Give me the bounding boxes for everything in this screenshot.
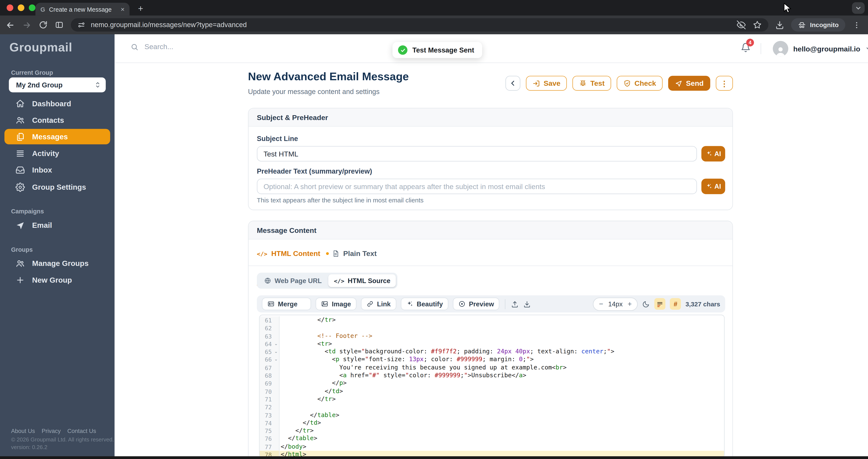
code-line[interactable]: 71 </tr> bbox=[259, 395, 724, 403]
app-window: Groupmail Current Group My 2nd Group Das… bbox=[0, 34, 868, 459]
forward-icon[interactable] bbox=[22, 20, 31, 29]
minimize-window-button[interactable] bbox=[18, 4, 24, 11]
web-page-url-option[interactable]: Web Page URL bbox=[258, 274, 327, 287]
top-bar: 4 hello@groupmail.io bbox=[115, 34, 868, 63]
sidebar-item-email[interactable]: Email bbox=[4, 218, 110, 233]
new-tab-button[interactable]: + bbox=[134, 3, 147, 15]
html-source-option[interactable]: </> HTML Source bbox=[328, 274, 396, 287]
image-button[interactable]: Image bbox=[316, 297, 356, 310]
sidebar-item-activity[interactable]: Activity bbox=[4, 145, 110, 161]
tab-search-button[interactable] bbox=[852, 2, 865, 14]
code-line[interactable]: 75 </tr> bbox=[259, 427, 724, 435]
upload-icon[interactable] bbox=[511, 300, 519, 308]
code-line[interactable]: 77</body> bbox=[259, 443, 724, 451]
global-search[interactable] bbox=[130, 42, 267, 52]
subject-ai-button[interactable]: AI bbox=[702, 146, 725, 162]
code-line[interactable]: 64⌄ <tr> bbox=[259, 340, 724, 348]
more-actions-button[interactable]: ⋮ bbox=[716, 76, 733, 91]
back-icon[interactable] bbox=[5, 20, 15, 29]
sidebar-item-new-group[interactable]: New Group bbox=[4, 272, 110, 288]
browser-menu-icon[interactable] bbox=[852, 21, 861, 29]
send-button[interactable]: Send bbox=[669, 76, 710, 91]
bookmark-star-icon[interactable] bbox=[753, 21, 762, 29]
fold-chevron-icon[interactable]: ⌄ bbox=[274, 356, 278, 364]
sidebar-item-dashboard[interactable]: Dashboard bbox=[4, 96, 110, 111]
code-editor[interactable]: 61 </tr>6263 <!-- Footer -->64⌄ <tr>65⌄ … bbox=[259, 315, 725, 458]
sidebar-item-contacts[interactable]: Contacts bbox=[4, 112, 110, 128]
code-line[interactable]: 65⌄ <td style="background-color: #f9f7f2… bbox=[259, 348, 724, 356]
url-bar[interactable]: nemo.groupmail.io/messages/new?type=adva… bbox=[71, 18, 768, 32]
merge-button[interactable]: Merge bbox=[262, 297, 311, 310]
toast-message: Test Message Sent bbox=[412, 46, 474, 54]
search-icon bbox=[130, 43, 138, 51]
ai-label: AI bbox=[714, 150, 721, 158]
browser-tab[interactable]: G Create a new Message | Grou × bbox=[35, 3, 129, 15]
test-button[interactable]: Test bbox=[572, 76, 611, 91]
content-area: New Advanced Email Message Update your m… bbox=[115, 63, 868, 459]
code-line[interactable]: 70 </td> bbox=[259, 388, 724, 395]
code-line[interactable]: 68 <a href="#" style="color: #999999;">U… bbox=[259, 372, 724, 380]
line-numbers-toggle[interactable]: # bbox=[670, 298, 681, 310]
font-size-increase[interactable]: + bbox=[628, 300, 632, 308]
code-line[interactable]: 73 </table> bbox=[259, 411, 724, 419]
site-settings-icon[interactable] bbox=[78, 21, 85, 29]
font-size-decrease[interactable]: − bbox=[599, 300, 603, 308]
fold-chevron-icon[interactable]: ⌄ bbox=[274, 348, 278, 356]
dark-mode-moon-icon[interactable] bbox=[642, 300, 650, 308]
option-label: HTML Source bbox=[348, 277, 390, 285]
link-button[interactable]: Link bbox=[361, 297, 396, 310]
about-us-link[interactable]: About Us bbox=[11, 427, 35, 434]
sidebar-item-messages[interactable]: Messages bbox=[4, 129, 110, 144]
code-line[interactable]: 69 </p> bbox=[259, 380, 724, 388]
group-select[interactable]: My 2nd Group bbox=[9, 77, 106, 93]
preview-button[interactable]: Preview bbox=[453, 297, 499, 310]
toolbar-divider bbox=[505, 299, 506, 309]
beautify-button[interactable]: Beautify bbox=[401, 297, 448, 310]
reload-icon[interactable] bbox=[39, 21, 48, 29]
tab-close-icon[interactable]: × bbox=[121, 6, 124, 12]
subject-input[interactable] bbox=[257, 146, 697, 162]
person-icon bbox=[775, 45, 786, 56]
subject-card-header: Subject & PreHeader bbox=[249, 108, 733, 127]
current-group-label: Current Group bbox=[11, 69, 53, 76]
inbox-icon bbox=[16, 165, 25, 174]
close-window-button[interactable] bbox=[6, 4, 13, 11]
code-line[interactable]: 76 </table> bbox=[259, 435, 724, 443]
eye-off-icon[interactable] bbox=[737, 21, 746, 29]
code-line[interactable]: 74 </td> bbox=[259, 419, 724, 427]
code-line[interactable]: 66⌄ <p style="font-size: 13px; color: #9… bbox=[259, 356, 724, 364]
line-number: 71 bbox=[259, 395, 280, 403]
sidebar-item-manage-groups[interactable]: Manage Groups bbox=[4, 256, 110, 271]
code-line[interactable]: 62 bbox=[259, 324, 724, 332]
tab-html-content[interactable]: </> HTML Content bbox=[257, 241, 329, 266]
code-line[interactable]: 67 You're receiving this because you sig… bbox=[259, 364, 724, 371]
line-number: 75 bbox=[259, 427, 280, 435]
account-menu[interactable]: hello@groupmail.io bbox=[773, 34, 868, 63]
zoom-window-button[interactable] bbox=[29, 4, 35, 11]
back-button[interactable] bbox=[505, 76, 521, 91]
downloads-icon[interactable] bbox=[775, 20, 784, 29]
test-label: Test bbox=[590, 79, 604, 88]
code-line[interactable]: 72 bbox=[259, 403, 724, 411]
side-panel-icon[interactable] bbox=[55, 21, 64, 29]
preheader-ai-button[interactable]: AI bbox=[702, 179, 725, 194]
sidebar-item-label: New Group bbox=[32, 276, 72, 284]
contact-us-link[interactable]: Contact Us bbox=[67, 427, 96, 434]
preheader-input[interactable] bbox=[257, 179, 697, 194]
search-input[interactable] bbox=[144, 42, 268, 52]
send-icon bbox=[16, 220, 25, 230]
save-button[interactable]: Save bbox=[526, 76, 567, 91]
download-icon[interactable] bbox=[523, 300, 531, 308]
code-text: <tr> bbox=[280, 340, 724, 348]
word-wrap-toggle[interactable] bbox=[655, 298, 665, 310]
fold-chevron-icon[interactable]: ⌄ bbox=[274, 340, 278, 348]
privacy-link[interactable]: Privacy bbox=[41, 427, 61, 434]
page-title: New Advanced Email Message bbox=[248, 70, 409, 83]
sidebar-item-group-settings[interactable]: Group Settings bbox=[4, 179, 110, 195]
tab-plain-text[interactable]: Plain Text bbox=[332, 241, 377, 266]
check-button[interactable]: Check bbox=[617, 76, 663, 91]
code-line[interactable]: 61 </tr> bbox=[259, 316, 724, 324]
code-line[interactable]: 63 <!-- Footer --> bbox=[259, 332, 724, 340]
sidebar-item-inbox[interactable]: Inbox bbox=[4, 162, 110, 177]
code-text: You're receiving this because you signed… bbox=[280, 364, 724, 371]
